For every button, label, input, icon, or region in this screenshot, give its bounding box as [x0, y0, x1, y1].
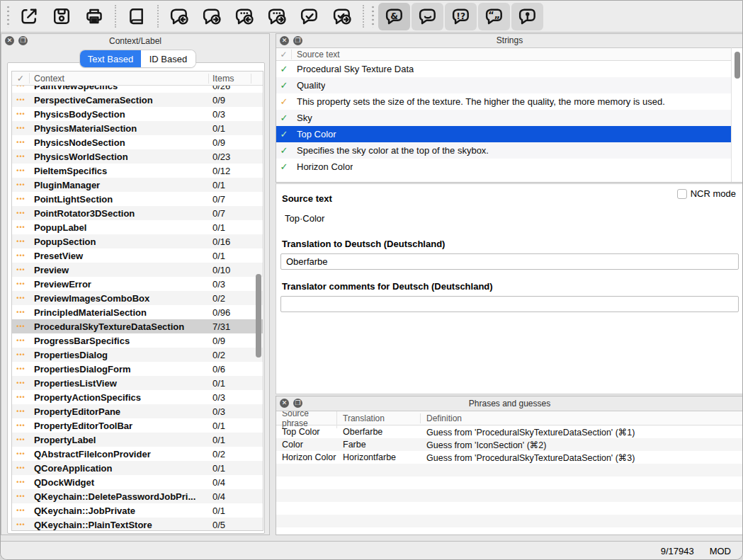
prev-unfinished-button[interactable] — [228, 2, 261, 30]
definition-column-header[interactable]: Definition — [421, 413, 743, 423]
strings-scrollbar-thumb[interactable] — [735, 52, 740, 79]
phrase-row[interactable]: Horizon Color Horizontfarbe Guess from '… — [276, 451, 743, 464]
float-icon[interactable]: ❐ — [293, 36, 302, 45]
close-icon[interactable]: ✕ — [280, 399, 289, 408]
context-row[interactable]: ••• PerspectiveCameraSection 0/9 — [12, 93, 263, 107]
string-row[interactable]: ✓ Specifies the sky color at the top of … — [276, 142, 731, 159]
string-row[interactable]: ✓ This property sets the size of the tex… — [276, 93, 731, 110]
phrasebook-button[interactable] — [120, 2, 153, 30]
translation-input[interactable] — [280, 253, 739, 270]
surrounding-whitespace-button[interactable] — [412, 3, 443, 30]
context-row[interactable]: ••• PropertyActionSpecifics 0/3 — [12, 390, 263, 404]
next-unfinished-button[interactable] — [261, 2, 293, 30]
unfinished-dots-icon: ••• — [12, 167, 30, 174]
context-row[interactable]: ••• PhysicsBodySection 0/3 — [12, 107, 263, 121]
phrases-table-header[interactable]: Source phrase Translation Definition — [276, 411, 743, 425]
context-row[interactable]: ••• PropertiesDialog 0/2 — [12, 348, 263, 362]
check-column-header[interactable]: ✓ — [276, 50, 292, 59]
context-items-count: 0/26 — [209, 86, 251, 91]
statusbar-mode: MOD — [710, 546, 731, 556]
context-row[interactable]: ••• PopupLabel 0/1 — [12, 220, 263, 234]
context-row[interactable]: ••• PopupSection 0/16 — [12, 234, 263, 248]
context-row[interactable]: ••• PrincipledMaterialSection 0/96 — [12, 305, 263, 319]
dock-splitter[interactable] — [270, 33, 276, 535]
context-row[interactable]: ••• PropertiesListView 0/1 — [12, 376, 263, 390]
context-column-header[interactable]: Context — [30, 74, 209, 84]
context-row[interactable]: ••• QKeychain::DeletePasswordJobPri... 0… — [12, 489, 263, 503]
accelerators-button[interactable]: & — [378, 3, 410, 30]
items-column-header[interactable]: Items — [209, 74, 251, 84]
tab-text-based[interactable]: Text Based — [80, 50, 141, 67]
context-row[interactable]: ••• Preview 0/10 — [12, 263, 263, 277]
context-row[interactable]: ••• QCoreApplication 0/1 — [12, 461, 263, 475]
place-markers-button[interactable] — [511, 3, 543, 30]
next-button[interactable] — [195, 2, 228, 30]
svg-text:&: & — [390, 11, 398, 21]
phrase-matches-button[interactable]: “„ — [478, 3, 510, 30]
done-check-icon: ✓ — [276, 80, 292, 91]
clipped-context-row[interactable]: ••• PaintViewSpecifics 0/26 — [12, 86, 263, 93]
context-name: ProceduralSkyTextureDataSection — [30, 321, 209, 332]
source-text-column-header[interactable]: Source text — [292, 50, 340, 59]
source-text-value: Top·Color — [285, 213, 324, 224]
context-row[interactable]: ••• PhysicsWorldSection 0/23 — [12, 149, 263, 164]
string-row[interactable]: ✓ Quality — [276, 77, 731, 93]
strings-table-header[interactable]: ✓ Source text — [276, 48, 743, 61]
translator-comments-input[interactable] — [280, 296, 739, 312]
context-row[interactable]: ••• PhysicsMaterialSection 0/1 — [12, 121, 263, 135]
context-row[interactable]: ••• PreviewError 0/3 — [12, 277, 263, 291]
context-row[interactable]: ••• PropertyEditorPane 0/3 — [12, 404, 263, 418]
done-button[interactable] — [293, 2, 326, 30]
context-row[interactable]: ••• PluginManager 0/1 — [12, 178, 263, 192]
context-row[interactable]: ••• PropertyLabel 0/1 — [12, 433, 263, 447]
string-row[interactable]: ✓ Sky — [276, 110, 731, 126]
context-table-header[interactable]: ✓ Context Items — [12, 72, 263, 86]
ncr-mode-checkbox[interactable] — [677, 189, 687, 199]
context-row[interactable]: ••• PresetView 0/1 — [12, 248, 263, 263]
toolbar-drag-handle[interactable] — [6, 5, 10, 28]
save-button[interactable] — [45, 2, 78, 30]
qt-linguist-window: &!?“„ ✕ ❐ Context/Label Text Based ID Ba… — [0, 0, 743, 560]
context-name: Preview — [30, 265, 209, 275]
context-row[interactable]: ••• ProgressBarSpecifics 0/9 — [12, 333, 263, 348]
context-row[interactable]: ••• QDockWidget 0/4 — [12, 475, 263, 489]
context-row[interactable]: ••• PropertyEditorToolBar 0/1 — [12, 418, 263, 433]
float-icon[interactable]: ❐ — [18, 36, 28, 45]
context-row[interactable]: ••• ProceduralSkyTextureDataSection 7/31 — [12, 319, 263, 333]
phrases-dock-title: Phrases and guesses — [276, 399, 743, 408]
context-row[interactable]: ••• QKeychain::PlainTextStore 0/5 — [12, 518, 263, 531]
close-icon[interactable]: ✕ — [280, 36, 289, 45]
string-row[interactable]: ✓ Top Color — [276, 126, 731, 142]
toolbar-drag-handle[interactable] — [371, 5, 375, 28]
main-toolbar: &!?“„ — [1, 1, 742, 33]
context-row[interactable]: ••• PieItemSpecifics 0/12 — [12, 164, 263, 178]
done-check-icon: ✓ — [276, 113, 292, 123]
string-row[interactable]: ✓ Horizon Color — [276, 159, 731, 175]
context-row[interactable]: ••• PointLightSection 0/7 — [12, 192, 263, 206]
prev-button[interactable] — [163, 2, 195, 30]
check-column-header[interactable]: ✓ — [12, 73, 30, 84]
phrase-row[interactable]: Top Color Oberfarbe Guess from 'Procedur… — [276, 425, 743, 438]
context-name: PreviewError — [30, 279, 209, 290]
close-icon[interactable]: ✕ — [5, 36, 14, 45]
context-row[interactable]: ••• QAbstractFileIconProvider 0/2 — [12, 447, 263, 461]
ending-punctuation-button[interactable]: !? — [445, 3, 477, 30]
phrase-row[interactable]: Color Farbe Guess from 'IconSection' (⌘2… — [276, 438, 743, 451]
translation-column-header[interactable]: Translation — [337, 413, 421, 423]
done-and-next-button[interactable] — [326, 2, 358, 30]
float-icon[interactable]: ❐ — [293, 399, 302, 408]
context-scrollbar-thumb[interactable] — [256, 274, 261, 358]
context-row[interactable]: ••• PhysicsNodeSection 0/9 — [12, 135, 263, 149]
context-row[interactable]: ••• PreviewImagesComboBox 0/2 — [12, 291, 263, 305]
tab-id-based[interactable]: ID Based — [141, 50, 195, 67]
context-row[interactable]: ••• PaintViewSpecifics 0/26 — [12, 86, 263, 93]
context-row[interactable]: ••• PointRotator3DSection 0/7 — [12, 206, 263, 220]
print-button[interactable] — [78, 2, 110, 30]
context-items-count: 0/3 — [209, 109, 251, 120]
open-button[interactable] — [13, 2, 45, 30]
context-row[interactable]: ••• QKeychain::JobPrivate 0/1 — [12, 503, 263, 518]
strings-scrollbar-track[interactable] — [731, 47, 743, 182]
source-phrase-column-header[interactable]: Source phrase — [276, 411, 337, 428]
context-row[interactable]: ••• PropertiesDialogForm 0/6 — [12, 362, 263, 376]
string-row[interactable]: ✓ Procedural Sky Texture Data — [276, 61, 731, 77]
